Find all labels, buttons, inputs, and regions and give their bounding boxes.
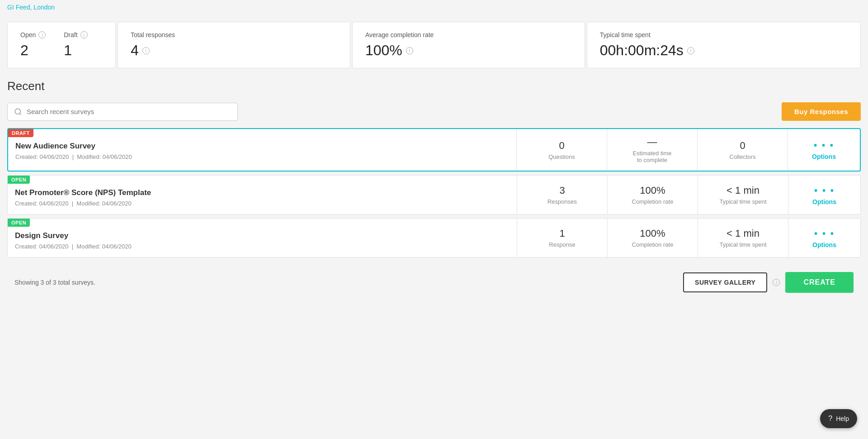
survey-stat2-3: 100% Completion rate xyxy=(607,219,698,257)
survey-stat3-2: < 1 min Typical time spent xyxy=(698,176,788,214)
draft-value: 1 xyxy=(64,42,87,59)
survey-gallery-button[interactable]: SURVEY GALLERY xyxy=(683,272,767,292)
showing-text: Showing 3 of 3 total surveys. xyxy=(14,279,95,286)
draft-label: Draft xyxy=(64,31,77,38)
survey-stat3-3: < 1 min Typical time spent xyxy=(698,219,788,257)
stat3-value-3: < 1 min xyxy=(726,228,760,239)
stat3-value-2: < 1 min xyxy=(726,185,760,196)
survey-meta-1: Created: 04/06/2020 | Modified: 04/06/20… xyxy=(15,153,507,160)
stat1-value-3: 1 xyxy=(559,228,565,239)
typical-time-value: 00h:00m:24s xyxy=(600,42,684,59)
survey-info-3: Design Survey Created: 04/06/2020 | Modi… xyxy=(8,219,517,257)
options-label-2: Options xyxy=(812,198,836,205)
typical-time-card: Typical time spent 00h:00m:24s i xyxy=(587,22,861,68)
stat3-value-1: 0 xyxy=(740,140,745,152)
recent-title: Recent xyxy=(7,79,861,93)
survey-meta-2: Created: 04/06/2020 | Modified: 04/06/20… xyxy=(15,200,508,207)
survey-options-1[interactable]: • • • Options xyxy=(788,129,860,171)
survey-options-3[interactable]: • • • Options xyxy=(788,219,860,257)
avg-completion-value: 100% xyxy=(365,42,402,59)
main-content: Recent Buy Responses DRAFT New Audience … xyxy=(0,79,868,300)
create-button[interactable]: CREATE xyxy=(785,272,854,293)
survey-stat3-1: 0 Collectors xyxy=(697,129,788,171)
avg-completion-label: Average completion rate xyxy=(365,31,434,38)
options-dots-1: • • • xyxy=(814,139,834,151)
survey-name-2: Net Promoter® Score (NPS) Template xyxy=(15,188,508,197)
survey-meta-3: Created: 04/06/2020 | Modified: 04/06/20… xyxy=(15,243,508,250)
survey-stat1-1: 0 Questions xyxy=(516,129,607,171)
survey-list: DRAFT New Audience Survey Created: 04/06… xyxy=(7,128,861,261)
status-badge-3: OPEN xyxy=(8,219,30,227)
breadcrumb-link[interactable]: GI Feed, London xyxy=(0,0,62,14)
footer-info-icon[interactable]: i xyxy=(773,279,780,286)
stat2-label-1: Estimated timeto complete xyxy=(633,150,672,163)
survey-stat1-3: 1 Response xyxy=(517,219,607,257)
total-responses-label: Total responses xyxy=(131,31,175,38)
avg-completion-info-icon[interactable]: i xyxy=(406,47,413,54)
total-responses-value: 4 xyxy=(131,42,139,59)
search-input[interactable] xyxy=(27,108,231,115)
survey-card-3: OPEN Design Survey Created: 04/06/2020 |… xyxy=(7,218,861,258)
stats-row: Open i 2 Draft i 1 Total responses 4 i xyxy=(7,22,861,68)
avg-completion-card: Average completion rate 100% i xyxy=(352,22,585,68)
survey-stat2-2: 100% Completion rate xyxy=(607,176,698,214)
options-label-3: Options xyxy=(812,241,836,248)
status-badge-1: DRAFT xyxy=(8,129,33,137)
stat3-label-3: Typical time spent xyxy=(719,241,766,248)
stat2-value-1: — xyxy=(647,136,657,148)
open-stat: Open i 2 xyxy=(20,31,46,59)
typical-time-info-icon[interactable]: i xyxy=(687,47,694,54)
typical-time-label: Typical time spent xyxy=(600,31,651,38)
survey-stat1-2: 3 Responses xyxy=(517,176,607,214)
stat2-value-3: 100% xyxy=(640,228,665,239)
total-responses-info-icon[interactable]: i xyxy=(142,47,150,54)
survey-options-2[interactable]: • • • Options xyxy=(788,176,860,214)
survey-name-3: Design Survey xyxy=(15,231,508,240)
help-question-icon: ? xyxy=(828,415,832,423)
footer-right: SURVEY GALLERY i CREATE xyxy=(683,272,854,293)
svg-point-0 xyxy=(15,109,20,114)
stat1-label-3: Response xyxy=(549,241,576,248)
stat3-label-1: Collectors xyxy=(730,153,756,160)
stat1-label-2: Responses xyxy=(547,198,577,205)
stat1-label-1: Questions xyxy=(548,153,575,160)
open-info-icon[interactable]: i xyxy=(38,31,46,38)
draft-stat: Draft i 1 xyxy=(64,31,87,59)
survey-name-1: New Audience Survey xyxy=(15,142,507,151)
stat2-value-2: 100% xyxy=(640,185,665,196)
status-badge-2: OPEN xyxy=(8,176,30,184)
stat1-value-2: 3 xyxy=(559,185,565,196)
help-label: Help xyxy=(836,415,849,422)
open-label: Open xyxy=(20,31,36,38)
search-box[interactable] xyxy=(7,103,238,121)
survey-card-2: OPEN Net Promoter® Score (NPS) Template … xyxy=(7,175,861,215)
open-draft-card: Open i 2 Draft i 1 xyxy=(7,22,116,68)
survey-info-1: New Audience Survey Created: 04/06/2020 … xyxy=(8,129,516,171)
stat3-label-2: Typical time spent xyxy=(719,198,766,205)
search-icon xyxy=(14,108,22,116)
footer-bar: Showing 3 of 3 total surveys. SURVEY GAL… xyxy=(7,265,861,300)
svg-line-1 xyxy=(19,113,21,115)
buy-responses-button[interactable]: Buy Responses xyxy=(782,102,861,121)
survey-card-1: DRAFT New Audience Survey Created: 04/06… xyxy=(7,128,861,172)
total-responses-card: Total responses 4 i xyxy=(118,22,350,68)
search-row: Buy Responses xyxy=(7,102,861,121)
stat2-label-2: Completion rate xyxy=(632,198,674,205)
open-value: 2 xyxy=(20,42,46,59)
survey-stat2-1: — Estimated timeto complete xyxy=(607,129,697,171)
draft-info-icon[interactable]: i xyxy=(80,31,88,38)
stat1-value-1: 0 xyxy=(559,140,564,152)
survey-info-2: Net Promoter® Score (NPS) Template Creat… xyxy=(8,176,517,214)
options-dots-2: • • • xyxy=(814,185,835,196)
options-dots-3: • • • xyxy=(814,228,835,239)
stat2-label-3: Completion rate xyxy=(632,241,674,248)
options-label-1: Options xyxy=(812,153,836,160)
help-button[interactable]: ? Help xyxy=(820,409,857,428)
